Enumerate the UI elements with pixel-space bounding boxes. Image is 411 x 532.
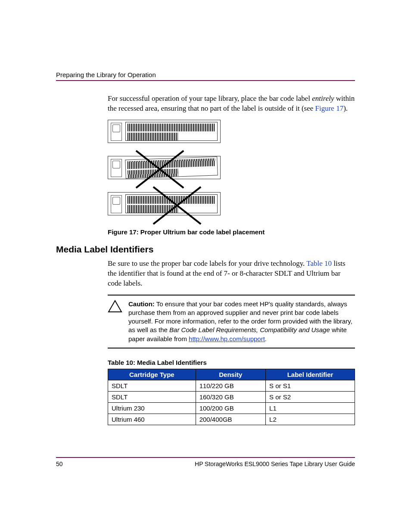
cell-density: 200/400GB: [196, 414, 265, 425]
support-url-link[interactable]: http://www.hp.com/support: [189, 335, 265, 342]
page-number: 50: [56, 460, 63, 467]
intro-text-1: For successful operation of your tape li…: [108, 94, 312, 103]
cartridge-incorrect-offset: A B C D E F G: [108, 192, 221, 215]
cell-density: 160/320 GB: [196, 391, 265, 402]
table-ref-link[interactable]: Table 10: [306, 259, 332, 268]
cartridge-hub-icon: [111, 123, 122, 141]
header-rule: [56, 80, 355, 81]
figure-caption: Figure 17: Proper Ultrium bar code label…: [108, 228, 355, 236]
caution-box: Caution: To ensure that your bar codes m…: [108, 295, 355, 348]
barcode-line-icon: [128, 196, 215, 204]
caution-doc-title: Bar Code Label Requirements, Compatibili…: [169, 326, 330, 333]
col-density: Density: [196, 369, 265, 380]
section-body: Be sure to use the proper bar code label…: [108, 259, 355, 425]
body-content: For successful operation of your tape li…: [108, 94, 355, 236]
caution-triangle-icon: [108, 300, 122, 343]
running-header: Preparing the Library for Operation: [56, 71, 355, 78]
caution-period: .: [265, 335, 267, 342]
caution-text: Caution: To ensure that your bar codes m…: [128, 300, 355, 343]
cell-id: S or S2: [266, 391, 355, 402]
barcode-line-icon: [128, 124, 215, 131]
intro-paragraph: For successful operation of your tape li…: [108, 94, 355, 114]
table-header-row: Cartridge Type Density Label Identifier: [108, 369, 355, 380]
cell-id: L2: [266, 414, 355, 425]
barcode-label-offset: A B C D E F G: [125, 194, 218, 213]
barcode-line-icon: [128, 133, 178, 140]
footer-row: 50 HP StorageWorks ESL9000 Series Tape L…: [56, 460, 355, 467]
cell-type: Ultrium 460: [108, 414, 196, 425]
page-footer: 50 HP StorageWorks ESL9000 Series Tape L…: [56, 457, 355, 467]
table-row: Ultrium 460 200/400GB L2: [108, 414, 355, 425]
barcode-label-skewed: A B C D E F G: [125, 156, 218, 178]
barcode-line-icon: [128, 205, 178, 213]
cell-id: S or S1: [266, 380, 355, 391]
figure-17: A B C D E F G A B C D E F G: [108, 120, 355, 236]
section-heading: Media Label Identifiers: [56, 244, 355, 255]
cartridge-hub-icon: [111, 195, 122, 213]
footer-rule: [56, 457, 355, 458]
footer-doc-title: HP StorageWorks ESL9000 Series Tape Libr…: [195, 460, 355, 467]
media-label-table: Cartridge Type Density Label Identifier …: [108, 369, 355, 425]
section-paragraph: Be sure to use the proper bar code label…: [108, 259, 355, 289]
cell-type: SDLT: [108, 380, 196, 391]
table-row: SDLT 160/320 GB S or S2: [108, 391, 355, 402]
cell-type: Ultrium 230: [108, 402, 196, 414]
barcode-label-correct: A B C D E F G: [125, 122, 218, 141]
cartridge-hub-icon: [111, 159, 122, 177]
table-row: SDLT 110/220 GB S or S1: [108, 380, 355, 391]
page: Preparing the Library for Operation For …: [0, 0, 411, 532]
col-label-identifier: Label Identifier: [266, 369, 355, 380]
barcode-line-icon: [128, 168, 178, 178]
col-cartridge-type: Cartridge Type: [108, 369, 196, 380]
cartridge-incorrect-skew: A B C D E F G: [108, 156, 221, 179]
cell-density: 110/220 GB: [196, 380, 265, 391]
caution-label: Caution:: [128, 300, 155, 308]
cartridge-correct: A B C D E F G: [108, 120, 221, 143]
section-text-1: Be sure to use the proper bar code label…: [108, 259, 306, 268]
cell-density: 100/200 GB: [196, 402, 265, 414]
cell-type: SDLT: [108, 391, 196, 402]
table-caption: Table 10: Media Label Identifiers: [108, 359, 355, 366]
intro-em: entirely: [312, 94, 334, 103]
barcode-chars: A B C D E F G: [126, 213, 165, 213]
intro-text-3: ).: [343, 104, 348, 112]
barcode-chars: A B C D E F G: [126, 140, 165, 141]
cell-id: L1: [266, 402, 355, 414]
table-row: Ultrium 230 100/200 GB L1: [108, 402, 355, 414]
figure-ref-link[interactable]: Figure 17: [315, 104, 344, 112]
